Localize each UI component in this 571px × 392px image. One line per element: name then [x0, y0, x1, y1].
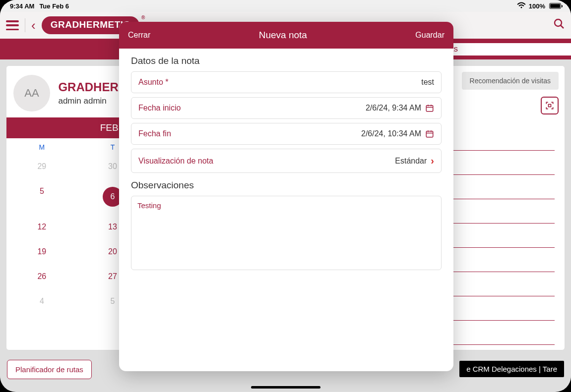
status-time: 9:34 AM — [10, 2, 34, 10]
cal-day[interactable]: 5 — [6, 179, 77, 215]
calendar-icon — [425, 129, 434, 138]
divider — [25, 18, 25, 32]
wifi-icon — [517, 2, 526, 10]
save-button[interactable]: Guardar — [415, 31, 444, 40]
svg-rect-9 — [549, 105, 551, 107]
cal-day[interactable]: 29 — [6, 154, 77, 179]
ticker: e CRM Delegaciones | Tare — [459, 361, 564, 377]
rec-visits-button[interactable]: Recomendación de visitas — [462, 72, 559, 90]
svg-rect-14 — [426, 131, 433, 137]
end-date-label: Fecha fin — [138, 129, 171, 138]
avatar: AA — [13, 75, 50, 112]
observations-textarea[interactable]: Testing — [131, 196, 442, 270]
visualization-label: Visualización de nota — [138, 157, 213, 166]
route-planner-button[interactable]: Planificador de rutas — [7, 360, 92, 379]
cal-day[interactable]: 4 — [6, 289, 77, 314]
profile-name: GRADHER — [58, 80, 118, 94]
start-date-field[interactable]: Fecha inicio 2/6/24, 9:34 AM — [131, 97, 442, 119]
menu-button[interactable] — [6, 20, 19, 30]
svg-point-0 — [555, 19, 562, 26]
modal-header: Cerrar Nueva nota Guardar — [119, 22, 453, 49]
section-note-data: Datos de la nota — [131, 56, 442, 66]
search-icon[interactable] — [553, 18, 565, 33]
end-date-value: 2/6/24, 10:34 AM — [361, 129, 421, 138]
start-date-label: Fecha inicio — [138, 104, 181, 112]
status-bar: 9:34 AM Tue Feb 6 100% — [0, 0, 571, 12]
close-button[interactable]: Cerrar — [128, 31, 150, 40]
chevron-right-icon: › — [431, 155, 434, 167]
svg-line-1 — [561, 25, 564, 28]
subject-value: test — [421, 78, 434, 87]
battery-icon — [549, 3, 561, 9]
qr-scan-button[interactable] — [541, 97, 559, 114]
device-frame: 9:34 AM Tue Feb 6 100% ‹ GRADHERMETIC — [0, 0, 571, 392]
home-indicator — [251, 386, 320, 389]
cal-day[interactable]: 26 — [6, 264, 77, 289]
svg-rect-10 — [426, 106, 433, 112]
calendar-icon — [425, 104, 434, 112]
visualization-field[interactable]: Visualización de nota Estándar › — [131, 149, 442, 173]
back-button[interactable]: ‹ — [31, 19, 36, 32]
cal-day[interactable]: 19 — [6, 239, 77, 264]
subject-field[interactable]: Asunto * test — [131, 71, 442, 93]
modal-body: Datos de la nota Asunto * test Fecha ini… — [119, 49, 453, 371]
end-date-field[interactable]: Fecha fin 2/6/24, 10:34 AM — [131, 123, 442, 145]
status-date: Tue Feb 6 — [39, 2, 69, 10]
visualization-value: Estándar — [395, 157, 427, 166]
cal-head-m: M — [6, 138, 77, 154]
section-observations: Observaciones — [131, 180, 442, 191]
battery-percent: 100% — [529, 2, 545, 10]
start-date-value: 2/6/24, 9:34 AM — [366, 104, 421, 112]
new-note-modal: Cerrar Nueva nota Guardar Datos de la no… — [119, 22, 453, 371]
cal-day[interactable]: 12 — [6, 215, 77, 239]
profile-sub: admin admin — [58, 96, 118, 106]
subject-label: Asunto * — [138, 78, 168, 87]
modal-title: Nueva nota — [150, 30, 415, 41]
